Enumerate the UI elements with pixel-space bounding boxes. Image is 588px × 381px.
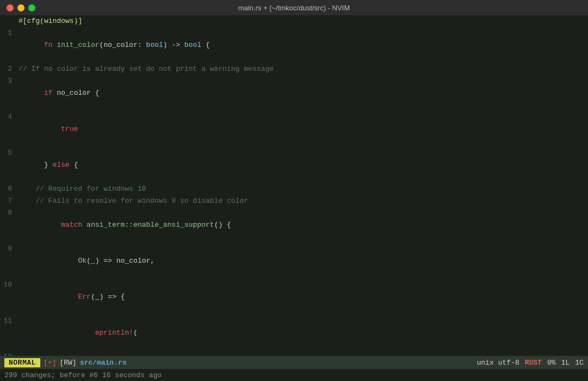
line-content: eprintln!( [19,315,137,351]
line-content: #[cfg(windows)] [19,15,82,27]
line-number: 5 [3,147,19,159]
line-content: // Fails to resolve for windows 8 so dis… [19,195,248,207]
titlebar-buttons [7,4,35,11]
code-line: 6 // Required for windows 10 [0,183,588,195]
rw-indicator: [RW] [59,359,76,367]
code-line: 12 "This version of Windows does not sup… [0,351,588,356]
file-path: src/main.rs [80,359,126,367]
line-number: 12 [3,351,19,356]
code-line: 7 // Fails to resolve for windows 8 so d… [0,195,588,207]
line-number: 7 [3,195,19,207]
line-content: } else { [19,147,78,183]
line-content: true [19,111,78,147]
rust-badge: RUST [525,359,542,367]
maximize-button[interactable] [28,4,35,11]
code-line: 3 if no_color { [0,75,588,111]
line-content: if no_color { [19,75,99,111]
code-line: 11 eprintln!( [0,315,588,351]
code-line: 1 fn init_color(no_color: bool) -> bool … [0,27,588,63]
line-number: 2 [3,63,19,75]
line-number: 4 [3,111,19,123]
code-line: 10 Err(_) => { [0,279,588,315]
code-line: 4 true [0,111,588,147]
line-content: match ansi_term::enable_ansi_support() { [19,207,231,243]
bottom-bar: 299 changes; before #6 16 seconds ago [0,369,588,381]
titlebar: main.rs + (~/tmkoc/dust/src) - NVIM [0,0,588,15]
line-number: 3 [3,75,19,87]
code-line: 9 Ok(_) => no_color, [0,243,588,279]
editor-area[interactable]: #[cfg(windows)] 1 fn init_color(no_color… [0,15,588,356]
line-content: fn init_color(no_color: bool) -> bool { [19,27,210,63]
line-number: 11 [3,315,19,327]
close-button[interactable] [7,4,14,11]
code-line: #[cfg(windows)] [0,15,588,27]
status-right: unix utf-8 RUST 0% 1L 1C [477,359,584,367]
modified-indicator: [+] [44,359,56,367]
encoding: unix utf-8 [477,359,519,367]
col-pos: 1C [575,359,584,367]
line-content: "This version of Windows does not suppor… [19,351,439,356]
line-number: 1 [3,27,19,39]
line-content: Err(_) => { [19,279,125,315]
line-number: 8 [3,207,19,219]
line-content: // If no color is already set do not pri… [19,63,274,75]
percent-pos: 0% [547,359,556,367]
line-number: 6 [3,183,19,195]
line-content: // Required for windows 10 [19,183,146,195]
line-number: 10 [3,279,19,291]
line-content: Ok(_) => no_color, [19,243,155,279]
window-title: main.rs + (~/tmkoc/dust/src) - NVIM [238,4,350,12]
code-line: 8 match ansi_term::enable_ansi_support()… [0,207,588,243]
minimize-button[interactable] [17,4,25,11]
line-pos: 1L [561,359,570,367]
statusbar: NORMAL [+] [RW] src/main.rs unix utf-8 R… [0,356,588,369]
line-number: 9 [3,243,19,255]
bottom-message: 299 changes; before #6 16 seconds ago [4,371,162,379]
mode-badge: NORMAL [4,358,40,367]
code-line: 5 } else { [0,147,588,183]
code-line: 2 // If no color is already set do not p… [0,63,588,75]
